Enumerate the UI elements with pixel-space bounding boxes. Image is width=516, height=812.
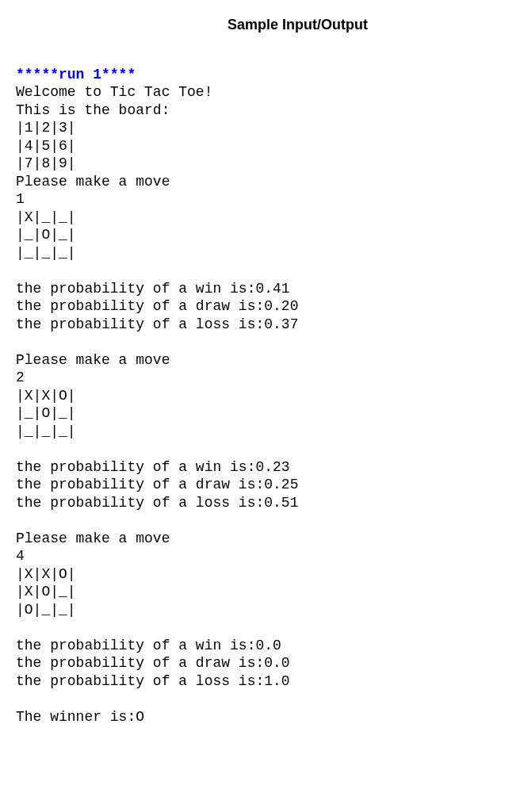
move2-prob-draw: the probability of a draw is:0.25 bbox=[16, 476, 500, 494]
move3-prob-loss: the probability of a loss is:1.0 bbox=[16, 672, 500, 691]
blank-line bbox=[16, 690, 500, 708]
move3-prob-draw: the probability of a draw is:0.0 bbox=[16, 654, 500, 672]
initial-board: |1|2|3| |4|5|6| |7|8|9| bbox=[16, 119, 500, 173]
winner-text: The winner is:O bbox=[16, 708, 500, 726]
move1-input: 1 bbox=[16, 190, 500, 209]
blank-line bbox=[16, 333, 500, 351]
move1-prob-loss: the probability of a loss is:0.37 bbox=[16, 316, 500, 334]
move3-input: 4 bbox=[16, 547, 500, 565]
move1-prompt: Please make a move bbox=[16, 173, 500, 191]
move3-prompt: Please make a move bbox=[16, 530, 500, 548]
move3-board: |X|X|O| |X|O|_| |O|_|_| bbox=[16, 565, 500, 619]
move2-prob-win: the probability of a win is:0.23 bbox=[16, 458, 500, 477]
blank-line bbox=[16, 262, 500, 280]
move1-prob-draw: the probability of a draw is:0.20 bbox=[16, 297, 500, 316]
run-header: *****run 1**** bbox=[16, 66, 500, 84]
blank-line bbox=[16, 619, 500, 637]
blank-line bbox=[16, 511, 500, 530]
move2-prompt: Please make a move bbox=[16, 351, 500, 370]
blank-line bbox=[16, 440, 500, 458]
move2-board: |X|X|O| |_|O|_| |_|_|_| bbox=[16, 387, 500, 441]
move1-prob-win: the probability of a win is:0.41 bbox=[16, 280, 500, 298]
page-title: Sample Input/Output bbox=[95, 16, 500, 34]
move2-input: 2 bbox=[16, 369, 500, 387]
move3-prob-win: the probability of a win is:0.0 bbox=[16, 637, 500, 655]
intro-text: Welcome to Tic Tac Toe! This is the boar… bbox=[16, 83, 500, 119]
move1-board: |X|_|_| |_|O|_| |_|_|_| bbox=[16, 209, 500, 262]
move2-prob-loss: the probability of a loss is:0.51 bbox=[16, 494, 500, 512]
